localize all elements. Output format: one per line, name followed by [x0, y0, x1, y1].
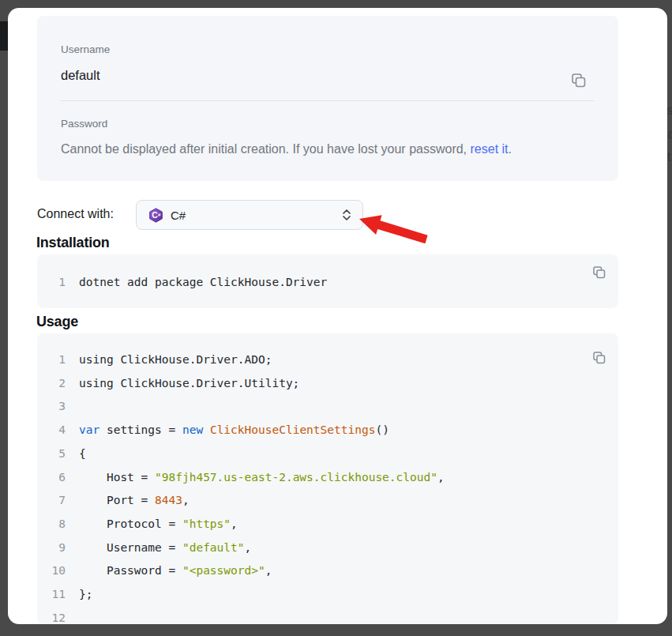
page-background: { "colors": { "overlay": "#494949", "mod…: [0, 0, 672, 636]
line-number: 10: [37, 559, 66, 583]
language-select[interactable]: C # C#: [136, 200, 363, 230]
code-text: Port = 8443,: [79, 489, 190, 513]
chevron-up-down-icon: [342, 208, 351, 222]
usage-code-block: 1using ClickHouse.Driver.ADO;2using Clic…: [37, 333, 618, 624]
password-note: Cannot be displayed after initial creati…: [61, 142, 512, 156]
copy-installation-code-button[interactable]: [591, 265, 607, 280]
code-text: dotnet add package ClickHouse.Driver: [79, 271, 327, 293]
line-number: 11: [37, 583, 66, 607]
copy-usage-code-button[interactable]: [591, 350, 607, 366]
code-line: 12: [37, 607, 618, 624]
password-label: Password: [61, 118, 107, 130]
line-number: 2: [37, 372, 66, 396]
connection-details-modal: Username default Password Cannot be disp…: [8, 8, 667, 624]
red-arrow-annotation: [355, 204, 442, 253]
code-text: Password = "<password>",: [79, 559, 272, 583]
code-line: 11};: [37, 583, 618, 607]
installation-heading: Installation: [36, 235, 110, 251]
line-number: 1: [37, 271, 66, 293]
line-number: 3: [37, 395, 66, 419]
username-label: Username: [61, 43, 110, 55]
background-dark-element: [0, 21, 8, 51]
code-text: {: [79, 442, 86, 466]
code-text: };: [79, 583, 92, 607]
code-line: 2using ClickHouse.Driver.Utility;: [37, 372, 618, 396]
code-line: 1using ClickHouse.Driver.ADO;: [37, 348, 618, 372]
code-line: 10 Password = "<password>",: [37, 559, 618, 583]
username-value: default: [61, 68, 100, 83]
line-number: 1: [37, 348, 66, 372]
code-text: Username = "default",: [79, 536, 251, 560]
password-note-text: Cannot be displayed after initial creati…: [61, 142, 471, 156]
credentials-card: Username default Password Cannot be disp…: [37, 16, 618, 181]
code-text: Protocol = "https",: [79, 513, 238, 536]
code-line: 4var settings = new ClickHouseClientSett…: [37, 419, 618, 442]
selected-language-label: C#: [171, 209, 186, 222]
card-divider: [61, 100, 595, 101]
installation-code-block: 1dotnet add package ClickHouse.Driver: [37, 254, 618, 308]
code-line: 5{: [37, 442, 618, 466]
line-number: 5: [37, 442, 66, 466]
code-line: 9 Username = "default",: [37, 536, 618, 560]
password-note-suffix: .: [509, 142, 512, 156]
code-text: using ClickHouse.Driver.ADO;: [79, 348, 272, 372]
code-line: 1dotnet add package ClickHouse.Driver: [37, 271, 618, 293]
csharp-icon: C #: [148, 208, 163, 223]
copy-icon: [591, 271, 607, 283]
line-number: 7: [37, 489, 66, 513]
copy-icon: [591, 356, 607, 368]
code-line: 7 Port = 8443,: [37, 489, 618, 513]
code-text: Host = "98fjh457.us-east-2.aws.clickhous…: [79, 466, 445, 490]
line-number: 8: [37, 513, 66, 536]
code-line: 6 Host = "98fjh457.us-east-2.aws.clickho…: [37, 466, 618, 490]
background-text-fragment: s: [666, 103, 672, 118]
code-line: 3: [37, 395, 618, 419]
line-number: 9: [37, 536, 66, 560]
copy-icon: [569, 81, 588, 92]
connect-with-label: Connect with:: [37, 207, 114, 221]
line-number: 4: [37, 419, 66, 442]
code-text: var settings = new ClickHouseClientSetti…: [79, 419, 389, 442]
line-number: 12: [37, 607, 66, 624]
code-line: 8 Protocol = "https",: [37, 513, 618, 536]
line-number: 6: [37, 466, 66, 490]
background-text-fragment: t: [667, 150, 670, 164]
reset-password-link[interactable]: reset it: [471, 142, 509, 156]
code-text: using ClickHouse.Driver.Utility;: [79, 372, 299, 396]
copy-username-button[interactable]: [569, 71, 588, 90]
usage-heading: Usage: [36, 314, 78, 330]
